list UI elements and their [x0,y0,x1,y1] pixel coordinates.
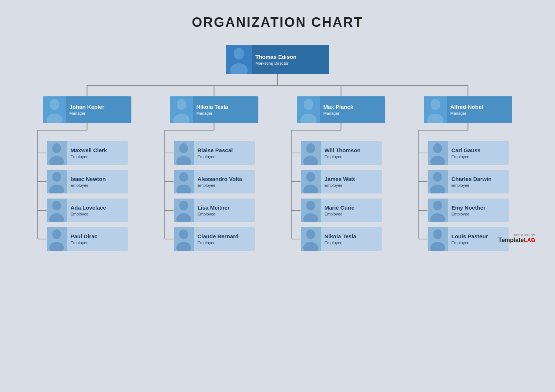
emp-role: Employee [198,154,233,159]
employee-card-3-3: Louis Pasteur Employee [428,227,509,251]
employee-card-2-2: Marie Curie Employee [301,199,382,222]
emp-avatar [47,199,67,222]
emp-name: Carl Gauss [452,147,481,154]
employee-card-0-1: Isaac Newton Employee [47,170,128,193]
employee-card-1-1: Alessandro Volta Employee [174,170,255,193]
emp-info: Carl Gauss Employee [448,144,484,162]
svg-point-37 [46,114,63,123]
svg-point-43 [49,213,64,222]
svg-point-70 [433,172,442,182]
emp-role: Employee [452,183,492,188]
emp-role: Employee [71,183,106,188]
emp-name: Claude Bernard [198,233,239,240]
emp-avatar [301,199,321,222]
emp-name: Emy Noether [452,204,486,211]
svg-point-36 [50,99,59,110]
svg-point-34 [234,48,244,60]
svg-point-49 [176,156,191,165]
manager-avatar-1 [170,96,193,123]
emp-avatar [301,227,321,251]
emp-info: Blaise Pascal Employee [194,144,237,162]
manager-avatar-2 [297,96,320,123]
svg-point-64 [306,229,315,239]
emp-name: Charles Darwin [452,176,492,182]
emp-role: Employee [325,212,355,216]
emp-name: Ada Lovelace [71,204,106,211]
emp-info: Claude Bernard Employee [194,230,243,248]
manager-col-2: Max Planck Manager Will Thomson Employee [297,96,385,251]
emp-info: Nikola Tesla Employee [321,230,360,248]
employees-col-2: Will Thomson Employee James Watt Employe… [301,141,382,251]
org-chart: Thomas Edison Marketing Director Johan K… [13,45,542,251]
svg-point-40 [52,172,61,182]
employees-col-3: Carl Gauss Employee Charles Darwin Emplo… [428,141,509,251]
director-role: Marketing Director [255,61,297,65]
emp-info: Ada Lovelace Employee [67,202,110,219]
svg-point-50 [179,172,188,182]
manager-role-1: Manager [197,111,228,115]
svg-point-58 [306,143,315,153]
svg-point-73 [430,213,445,222]
svg-point-68 [433,143,442,153]
svg-point-38 [52,143,61,153]
svg-point-65 [303,242,318,251]
svg-point-51 [176,185,191,193]
director-info: Thomas Edison Marketing Director [252,51,300,68]
svg-point-75 [430,242,445,251]
svg-point-56 [304,99,313,110]
svg-point-47 [173,114,190,123]
emp-info: Lisa Meitner Employee [194,202,234,219]
employee-card-0-2: Ada Lovelace Employee [47,199,128,222]
svg-point-54 [179,229,188,239]
svg-point-59 [303,156,318,165]
svg-point-53 [176,213,191,222]
director-card: Thomas Edison Marketing Director [226,45,329,74]
emp-info: James Watt Employee [321,173,359,190]
emp-avatar [428,141,448,165]
manager-avatar-0 [43,96,66,123]
svg-point-44 [52,229,61,239]
employee-card-2-0: Will Thomson Employee [301,141,382,165]
employees-col-1: Blaise Pascal Employee Alessandro Volta … [174,141,255,251]
managers-level: Johan Kepler Manager Maxwell Clerk Emplo… [13,96,542,251]
svg-point-48 [179,143,188,153]
emp-avatar [428,199,448,222]
employee-card-3-0: Carl Gauss Employee [428,141,509,165]
emp-info: Charles Darwin Employee [448,173,495,190]
manager-role-3: Manager [450,111,483,115]
emp-role: Employee [198,212,230,216]
svg-point-67 [427,114,443,123]
watermark: CREATED BY TemplateLAB [498,233,535,243]
employee-card-2-3: Nikola Tesla Employee [301,227,382,251]
svg-point-69 [430,156,445,165]
emp-avatar [174,170,194,193]
emp-avatar [47,141,67,165]
emp-role: Employee [325,183,355,188]
employee-card-0-3: Paul Dirac Employee [47,227,128,251]
svg-point-66 [431,99,440,110]
emp-role: Employee [198,240,239,245]
svg-point-46 [177,99,186,110]
manager-info-3: Alfred Nobel Manager [447,101,487,118]
emp-role: Employee [198,183,242,188]
emp-name: Marie Curie [325,204,355,211]
director-avatar [226,45,252,74]
emp-avatar [47,170,67,193]
emp-role: Employee [71,154,107,159]
emp-role: Employee [71,212,106,216]
manager-role-0: Manager [70,111,105,115]
manager-col-0: Johan Kepler Manager Maxwell Clerk Emplo… [43,96,131,251]
svg-point-72 [433,201,442,210]
emp-role: Employee [452,212,486,216]
manager-avatar-3 [424,96,447,123]
director-name: Thomas Edison [255,54,297,60]
emp-info: Marie Curie Employee [321,202,358,219]
emp-name: Louis Pasteur [452,233,488,240]
svg-point-60 [306,172,315,182]
employee-card-2-1: James Watt Employee [301,170,382,193]
svg-point-42 [52,201,61,210]
emp-role: Employee [325,240,356,245]
svg-point-41 [49,185,64,193]
employees-col-0: Maxwell Clerk Employee Isaac Newton Empl… [47,141,128,251]
employee-card-1-3: Claude Bernard Employee [174,227,255,251]
